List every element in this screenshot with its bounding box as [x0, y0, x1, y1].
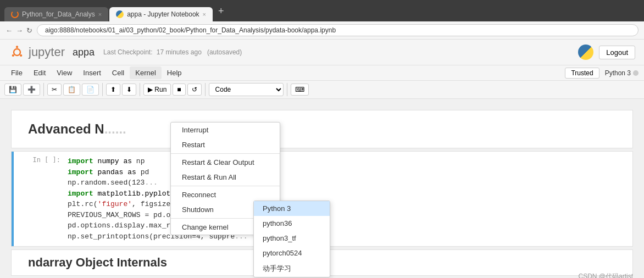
- address-bar: ← → ↻ aigo:8888/notebooks/01_ai/03_pytho…: [0, 21, 644, 40]
- notebook-area: Advanced N...... In [ ]: import numpy as…: [0, 99, 644, 278]
- trusted-button[interactable]: Trusted: [565, 68, 599, 79]
- logout-button[interactable]: Logout: [599, 46, 635, 59]
- kernel-python3[interactable]: Python 3: [254, 201, 330, 216]
- menu-help[interactable]: Help: [162, 66, 187, 79]
- menu-right: Trusted Python 3: [565, 68, 639, 79]
- paste-button[interactable]: 📄: [82, 84, 99, 96]
- copy-button[interactable]: 📋: [63, 84, 80, 96]
- toolbar-separator-1: [43, 83, 44, 96]
- code-line-2: import pandas as pd: [68, 167, 628, 178]
- cut-button[interactable]: ✂: [47, 84, 62, 96]
- address-input[interactable]: aigo:8888/notebooks/01_ai/03_python/02_b…: [37, 24, 639, 36]
- checkpoint-label: Last Checkpoint: 17 minutes ago: [103, 48, 202, 56]
- kernel-status-circle: [633, 70, 639, 76]
- menu-cell[interactable]: Cell: [107, 66, 130, 79]
- code-line-5: plt.rc('figure', figsize=(10, 6)): [68, 199, 628, 210]
- header-right: Logout: [578, 45, 635, 60]
- browser-chrome: Python_for_Data_Analys × appa - Jupyter …: [0, 0, 644, 40]
- cell-in-label: In [ ]:: [14, 152, 63, 246]
- forward-icon[interactable]: →: [16, 26, 23, 35]
- menu-kernel[interactable]: Kernel: [130, 66, 162, 79]
- cell-type-select[interactable]: Code Markdown Raw NBConvert Heading: [209, 83, 284, 96]
- move-down-button[interactable]: ⬇: [122, 84, 136, 96]
- save-button[interactable]: 💾: [4, 84, 21, 96]
- menu-view[interactable]: View: [51, 66, 77, 79]
- code-line-7: pd.options.display.max_rows = 20: [68, 220, 628, 231]
- menu-bar: File Edit View Insert Cell Kernel Help T…: [0, 65, 644, 81]
- csdn-watermark: CSDN @代码artist: [578, 272, 633, 278]
- kernel-python3-tf[interactable]: python3_tf: [254, 231, 330, 246]
- tab-appa-jupyter[interactable]: appa - Jupyter Notebook ×: [109, 7, 213, 21]
- code-line-3: np.random.seed(123...: [68, 177, 628, 188]
- restart-button[interactable]: ↺: [187, 84, 202, 96]
- menu-file[interactable]: File: [5, 66, 28, 79]
- back-icon[interactable]: ←: [5, 26, 13, 35]
- tab-label: Python_for_Data_Analys: [22, 10, 95, 18]
- kernel-pytorch0524[interactable]: pytorch0524: [254, 246, 330, 260]
- cell-code-content[interactable]: import numpy as np import pandas as pd n…: [63, 152, 632, 246]
- change-kernel-submenu: Python 3 python36 python3_tf pytorch0524…: [253, 201, 330, 277]
- jupyter-logo: jupyter: [9, 44, 65, 60]
- dropdown-divider-2: [171, 186, 280, 186]
- code-line-4: import matplotlib.pyplot as plt: [68, 188, 628, 199]
- autosaved-label: (autosaved): [207, 48, 242, 56]
- svg-point-1: [16, 46, 18, 48]
- new-tab-button[interactable]: +: [214, 3, 229, 19]
- menu-interrupt[interactable]: Interrupt: [171, 123, 280, 137]
- jupyter-logo-icon: [9, 44, 25, 60]
- svg-point-0: [14, 49, 20, 55]
- heading-text: Advanced N......: [28, 121, 616, 137]
- toolbar-separator-3: [140, 83, 140, 96]
- tab-bar: Python_for_Data_Analys × appa - Jupyter …: [0, 0, 644, 21]
- tab-label-active: appa - Jupyter Notebook: [127, 10, 199, 18]
- code-line-8: np.set_printoptions(precision=4, suppre.…: [68, 231, 628, 242]
- menu-edit[interactable]: Edit: [28, 66, 51, 79]
- notebook-name[interactable]: appa: [73, 47, 95, 58]
- toolbar-separator-4: [205, 83, 206, 96]
- kernel-indicator: Python 3: [605, 69, 639, 77]
- menu-restart[interactable]: Restart: [171, 137, 280, 152]
- code-line-1: import numpy as np: [68, 156, 628, 167]
- addr-icons: ← → ↻: [5, 26, 32, 35]
- keyboard-shortcuts-button[interactable]: ⌨: [291, 84, 309, 96]
- tab-python-data[interactable]: Python_for_Data_Analys ×: [4, 7, 108, 21]
- tab-jupyter-icon: [116, 10, 124, 18]
- kernel-python36[interactable]: python36: [254, 216, 330, 231]
- add-cell-button[interactable]: ➕: [23, 84, 40, 96]
- svg-point-2: [12, 54, 14, 57]
- move-up-button[interactable]: ⬆: [106, 84, 120, 96]
- menu-reconnect[interactable]: Reconnect: [171, 187, 280, 202]
- kernel-name-label: Python 3: [605, 69, 631, 77]
- toolbar: 💾 ➕ ✂ 📋 📄 ⬆ ⬇ ▶ Run ■ ↺ Code Markdown Ra…: [0, 81, 644, 99]
- toolbar-separator-2: [102, 83, 103, 96]
- run-button[interactable]: ▶ Run: [143, 84, 171, 96]
- kernel-dongshou[interactable]: 动手学习: [254, 260, 330, 277]
- refresh-icon[interactable]: ↻: [26, 26, 32, 35]
- python-logo-icon: [578, 45, 593, 60]
- jupyter-text: jupyter: [29, 45, 65, 59]
- dropdown-divider-1: [171, 153, 280, 154]
- svg-point-3: [20, 54, 22, 57]
- tab-spinner-icon: [11, 10, 19, 18]
- menu-insert[interactable]: Insert: [77, 66, 107, 79]
- stop-button[interactable]: ■: [173, 84, 185, 96]
- menu-restart-clear[interactable]: Restart & Clear Output: [171, 155, 280, 170]
- tab-close-active-button[interactable]: ×: [203, 11, 206, 18]
- toolbar-separator-5: [287, 83, 287, 96]
- heading-cell: Advanced N......: [11, 110, 633, 148]
- tab-close-button[interactable]: ×: [98, 11, 102, 18]
- jupyter-header: jupyter appa Last Checkpoint: 17 minutes…: [0, 40, 644, 65]
- menu-restart-run[interactable]: Restart & Run All: [171, 170, 280, 185]
- code-line-6: PREVIOUS_MAX_ROWS = pd.options.display..…: [68, 210, 628, 221]
- bottom-heading-text: ndarray Object Internals: [28, 255, 167, 269]
